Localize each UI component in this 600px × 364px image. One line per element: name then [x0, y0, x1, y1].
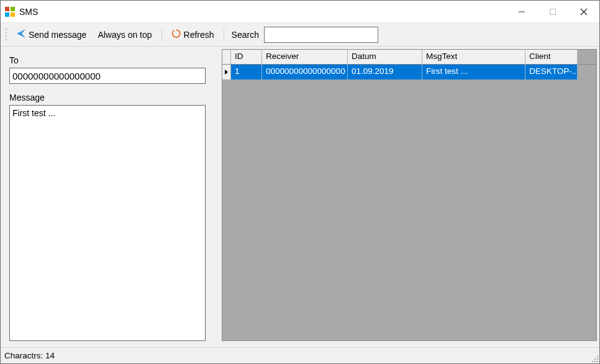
cell-msgtext: First test ...: [422, 65, 525, 80]
toolbar-separator-2: [224, 28, 224, 42]
refresh-icon: [171, 29, 181, 40]
search-label: Search: [232, 30, 259, 40]
toolbar: Send message Always on top Refresh Searc…: [1, 23, 599, 47]
cell-client: DESKTOP-...: [525, 65, 578, 80]
maximize-button[interactable]: [537, 1, 568, 22]
col-header-receiver[interactable]: Receiver: [262, 50, 348, 65]
minimize-button[interactable]: [506, 1, 537, 22]
content-area: To Message ID Receiver Datum MsgText Cli…: [1, 47, 599, 347]
cell-receiver: 00000000000000000: [262, 65, 348, 80]
send-message-button[interactable]: Send message: [12, 26, 91, 43]
compose-panel: To Message: [1, 47, 222, 347]
message-textarea-wrap: [9, 105, 206, 341]
always-on-top-button[interactable]: Always on top: [93, 27, 156, 42]
always-on-top-label: Always on top: [98, 30, 152, 40]
window-buttons: [506, 1, 599, 22]
app-icon: [4, 6, 16, 17]
title-bar: SMS: [1, 1, 599, 23]
svg-rect-1: [11, 7, 15, 11]
svg-rect-2: [5, 12, 9, 17]
to-input[interactable]: [9, 68, 206, 84]
resize-grip[interactable]: [589, 353, 598, 362]
grid-panel: ID Receiver Datum MsgText Client 1 00000…: [222, 47, 599, 347]
send-label: Send message: [29, 30, 86, 40]
app-window: SMS Send message: [0, 0, 600, 364]
toolbar-separator: [161, 28, 162, 42]
refresh-label: Refresh: [184, 30, 214, 40]
char-count-label: Charactrs: 14: [4, 351, 55, 360]
cell-id: 1: [231, 65, 262, 80]
toolbar-grip: [4, 28, 8, 42]
grid-corner: [222, 50, 231, 65]
grid-header-tail: [578, 50, 596, 65]
messages-grid[interactable]: ID Receiver Datum MsgText Client 1 00000…: [222, 49, 597, 341]
cell-datum: 01.09.2019: [348, 65, 422, 80]
refresh-button[interactable]: Refresh: [167, 26, 219, 43]
svg-rect-3: [11, 12, 15, 17]
search-input[interactable]: [264, 27, 378, 43]
to-label: To: [9, 55, 213, 65]
close-button[interactable]: [568, 1, 599, 22]
grid-empty-area: [222, 80, 596, 340]
message-label: Message: [9, 93, 213, 102]
col-header-id[interactable]: ID: [231, 50, 262, 65]
col-header-client[interactable]: Client: [525, 50, 578, 65]
table-row[interactable]: 1 00000000000000000 01.09.2019 First tes…: [222, 65, 596, 80]
svg-rect-0: [5, 7, 9, 11]
row-header-icon: [222, 65, 231, 80]
window-title: SMS: [19, 7, 38, 17]
grid-header: ID Receiver Datum MsgText Client: [222, 50, 596, 65]
send-icon: [16, 29, 26, 40]
status-bar: Charactrs: 14: [1, 347, 599, 363]
col-header-msgtext[interactable]: MsgText: [422, 50, 525, 65]
svg-rect-5: [550, 9, 556, 14]
message-textarea[interactable]: [10, 106, 205, 340]
col-header-datum[interactable]: Datum: [348, 50, 422, 65]
